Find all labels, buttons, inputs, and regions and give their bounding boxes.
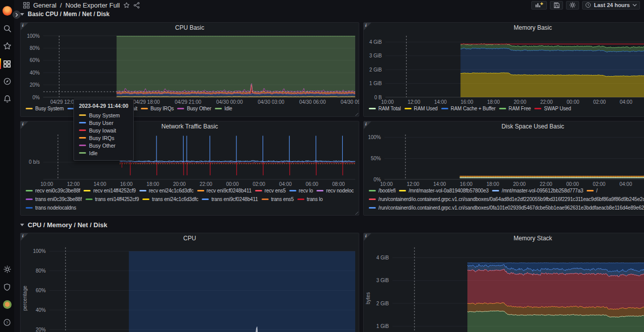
chevron-down-icon: [20, 13, 24, 16]
sidebar-item-starred[interactable]: [0, 37, 14, 55]
legend-item[interactable]: trans eni0c39c3be88f: [26, 196, 82, 202]
legend-label: trans eni14ff4252cf9: [95, 196, 139, 202]
legend-item[interactable]: SWAP Used: [534, 106, 571, 111]
sidebar-item-grafana-logo[interactable]: [0, 2, 14, 20]
info-icon-glyph: i: [22, 233, 24, 239]
svg-text:100%: 100%: [368, 135, 381, 140]
legend-row: recv eni0c39c3be88frecv eni14ff4252cf9re…: [26, 186, 354, 195]
chart-cpu-basic[interactable]: 0%20%40%60%80%100%04/29 12:0004/29 15:00…: [21, 33, 358, 107]
svg-text:40%: 40%: [36, 307, 46, 313]
panel-header-memory-stack[interactable]: Memory Stack: [364, 233, 644, 243]
grafana-logo-icon: [3, 6, 12, 16]
legend-item[interactable]: Busy Other: [177, 106, 211, 111]
legend-item[interactable]: recv ens5: [255, 188, 286, 193]
panel-header-cpu-basic[interactable]: CPU Basic: [21, 23, 359, 33]
legend-item[interactable]: recv eni24c1c6d3dfc: [139, 188, 194, 193]
svg-text:2 GiB: 2 GiB: [376, 301, 389, 306]
legend-item[interactable]: trans eni14ff4252cf9: [86, 196, 139, 202]
legend-swatch: [316, 190, 324, 191]
legend-item[interactable]: RAM Used: [405, 106, 438, 111]
legend-item[interactable]: recv eni9cf0248b411: [197, 188, 252, 193]
legend-label: trans eni9cf0248b411: [211, 196, 258, 202]
sidebar-item-help[interactable]: ?: [0, 313, 14, 331]
svg-text:2 GiB: 2 GiB: [369, 67, 382, 73]
chart-svg-memory-stack: 1 GiB2 GiB3 GiB4 GiBbytes: [364, 243, 644, 332]
legend-label: /mnt/master-vol-095612bb258d777a3: [502, 188, 583, 193]
legend-swatch: [26, 108, 33, 109]
sidebar-item-dashboards[interactable]: [0, 55, 14, 73]
info-icon-glyph: i: [365, 233, 367, 239]
legend-item[interactable]: trans eni9cf0248b411: [202, 196, 258, 202]
legend-item[interactable]: RAM Cache + Buffer: [441, 106, 496, 111]
add-panel-button[interactable]: [531, 1, 547, 10]
legend-item[interactable]: trans nodelocaldns: [26, 205, 76, 211]
caret-down-icon: [632, 4, 637, 7]
breadcrumb: General / Node Exporter Full: [23, 2, 140, 9]
legend-item[interactable]: /mnt/master-vol-095612bb258d777a3: [492, 188, 583, 193]
legend-item[interactable]: /boot/efi: [369, 188, 395, 193]
dashboard-settings-button[interactable]: [566, 1, 579, 10]
legend-item[interactable]: /run/containerd/io.containerd.grpc.v1.cr…: [369, 205, 644, 211]
chart-disk-space-used-basic[interactable]: 0%50%100%10:0012:0014:0016:0018:0020:002…: [364, 131, 644, 189]
legend-label: trans lo: [307, 196, 323, 202]
legend-swatch: [441, 108, 448, 109]
svg-text:3 GiB: 3 GiB: [376, 278, 389, 283]
legend-item[interactable]: recv eni0c39c3be88f: [26, 188, 80, 193]
row-header-cpu-memory-net-disk[interactable]: CPU / Memory / Net / Disk: [20, 221, 107, 229]
chart-network-traffic-basic[interactable]: 0 b/s10:0012:0014:0016:0018:0020:0022:00…: [21, 131, 358, 189]
sidebar-item-explore[interactable]: [0, 73, 14, 90]
legend-label: recv eni24c1c6d3dfc: [149, 188, 194, 193]
panel-header-network-traffic-basic[interactable]: Network Traffic Basic: [21, 121, 359, 131]
tooltip-series-swatch: [79, 137, 86, 139]
tooltip-series-label: Busy User: [89, 120, 113, 126]
legend-item[interactable]: trans eni24c1c6d3dfc: [142, 196, 198, 202]
legend-item[interactable]: Busy System: [26, 106, 64, 111]
row-header-basic-cpu-mem-net-disk[interactable]: Basic CPU / Mem / Net / Disk: [20, 11, 110, 18]
legend-item[interactable]: recv nodelocaldns: [316, 188, 354, 193]
time-range-picker[interactable]: Last 24 hours: [582, 1, 640, 10]
panel-header-cpu[interactable]: CPU: [21, 233, 359, 243]
save-dashboard-button[interactable]: [550, 1, 563, 10]
legend-item[interactable]: recv eni14ff4252cf9: [84, 188, 135, 193]
legend-swatch: [405, 108, 412, 109]
legend-swatch: [215, 108, 222, 109]
star-icon[interactable]: [123, 2, 130, 9]
legend-label: /boot/efi: [378, 188, 395, 193]
chart-cpu[interactable]: 20%40%60%80%100%percentage: [21, 243, 358, 332]
breadcrumb-section[interactable]: General: [33, 2, 56, 9]
share-icon[interactable]: [133, 2, 140, 9]
legend-item[interactable]: RAM Free: [499, 106, 531, 111]
chart-svg-disk-space-used-basic: 0%50%100%10:0012:0014:0016:0018:0020:002…: [364, 131, 644, 187]
chart-tooltip: 2023-04-29 11:44:00 Busy SystemBusy User…: [73, 99, 134, 161]
legend-item[interactable]: /mnt/master-vol-0a819408fb57800e3: [399, 188, 489, 193]
sidebar-item-search[interactable]: [0, 20, 14, 37]
legend-label: trans eni0c39c3be88f: [35, 196, 82, 202]
legend-swatch: [141, 108, 148, 109]
legend-item[interactable]: trans lo: [297, 196, 323, 202]
legend-label: /mnt/master-vol-0a819408fb57800e3: [409, 188, 489, 193]
sidebar-expand-button[interactable]: [13, 11, 21, 19]
breadcrumb-title[interactable]: Node Exporter Full: [65, 2, 120, 9]
sidebar-item-alerting[interactable]: [0, 90, 14, 108]
sidebar-item-configuration[interactable]: [0, 260, 14, 278]
panel-header-memory-basic[interactable]: Memory Basic: [364, 23, 644, 33]
legend-label: recv ens5: [265, 188, 286, 193]
sidebar-top-items: [0, 2, 14, 108]
legend-swatch: [26, 198, 33, 200]
tooltip-timestamp: 2023-04-29 11:44:00: [79, 103, 128, 109]
legend-item[interactable]: RAM Total: [369, 106, 401, 111]
legend-label: trans nodelocaldns: [35, 205, 76, 211]
chart-memory-basic[interactable]: 0 B1 GiB2 GiB3 GiB4 GiB10:0012:0014:0016…: [364, 33, 644, 107]
sidebar-item-server-admin[interactable]: [0, 278, 14, 296]
chart-memory-stack[interactable]: 1 GiB2 GiB3 GiB4 GiBbytes: [364, 243, 644, 332]
sidebar-item-profile[interactable]: [0, 296, 14, 313]
legend-item[interactable]: /: [587, 188, 598, 193]
legend-item[interactable]: Busy IRQs: [141, 106, 174, 111]
tooltip-series-label: Busy Other: [89, 143, 116, 149]
legend-item[interactable]: /run/containerd/io.containerd.grpc.v1.cr…: [369, 196, 644, 202]
panel-header-disk-space-used-basic[interactable]: Disk Space Used Basic: [364, 121, 644, 131]
tooltip-series-swatch: [79, 122, 86, 123]
legend-item[interactable]: Idle: [215, 106, 232, 111]
legend-item[interactable]: trans ens5: [262, 196, 294, 202]
legend-item[interactable]: recv lo: [289, 188, 313, 193]
